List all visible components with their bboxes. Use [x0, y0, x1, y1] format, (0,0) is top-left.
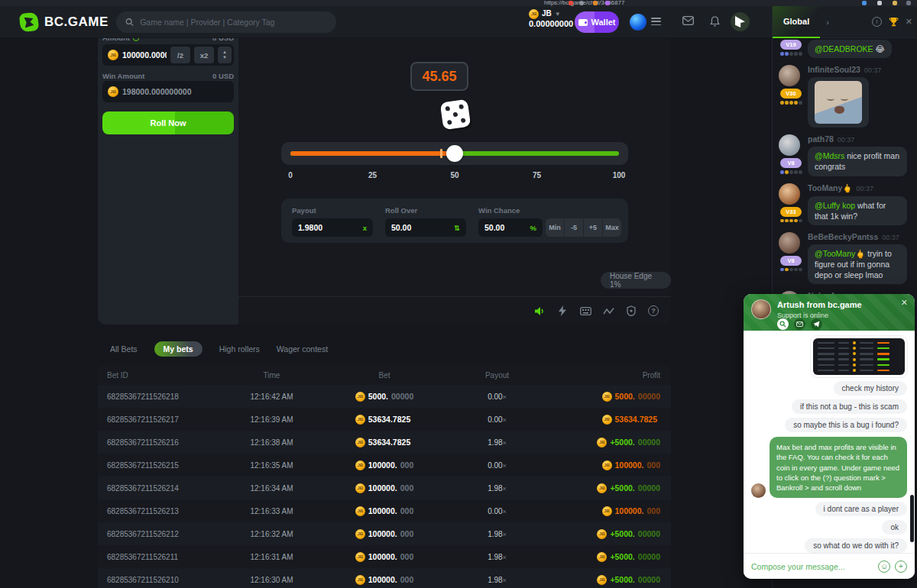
bcgame-logo[interactable]: BC.GAME: [20, 13, 109, 31]
chat-message: V8 BeBeBeckyPantss00:37 @TooMany🖕 tryin …: [773, 225, 917, 285]
plus5-button[interactable]: +5: [584, 218, 602, 237]
username[interactable]: TooMany🖕00:37: [808, 183, 911, 193]
tab-all-bets[interactable]: All Bets: [110, 344, 138, 354]
roll-over-label: Roll Over: [385, 206, 417, 215]
jb-coin-icon: JB: [355, 506, 365, 516]
wallet-button[interactable]: Wallet: [575, 11, 619, 33]
chevron-right-icon[interactable]: ›: [826, 18, 829, 27]
payout-label: Payout: [292, 206, 316, 215]
table-row[interactable]: 68285367211526213 12:16:33 AM JB100000.0…: [98, 499, 671, 522]
scrollbar[interactable]: [910, 495, 914, 542]
roll-over-input[interactable]: 50.00 ⇅: [385, 218, 466, 237]
jb-coin-icon: JB: [602, 506, 612, 516]
col-payout: Payout: [438, 371, 556, 380]
search-input[interactable]: [140, 18, 327, 27]
timestamp: 00:37: [838, 136, 855, 144]
browser-icon[interactable]: [862, 1, 867, 5]
emoji-picker-icon[interactable]: ☺: [878, 561, 890, 573]
avatar[interactable]: [779, 183, 800, 205]
win-amount-display: JB 198000.000000000: [102, 81, 234, 102]
live-stats-icon[interactable]: [602, 305, 614, 317]
browser-icon[interactable]: [893, 1, 897, 5]
attach-plus-icon[interactable]: +: [895, 561, 907, 573]
extension-icon[interactable]: [593, 1, 598, 5]
jb-coin-icon: JB: [602, 460, 612, 470]
win-chance-input[interactable]: 50.00 %: [478, 218, 543, 237]
hotkeys-icon[interactable]: [579, 305, 591, 317]
win-amount-label: Win Amount: [102, 72, 145, 80]
logo-text: BC.GAME: [44, 15, 109, 30]
chat-image-bubble[interactable]: [808, 77, 869, 128]
slider-track[interactable]: [290, 151, 619, 156]
mail-icon[interactable]: [682, 16, 694, 25]
game-search[interactable]: [116, 11, 336, 33]
roll-slider[interactable]: [281, 142, 628, 165]
jb-coin-icon: JB: [355, 460, 365, 470]
house-edge-badge: House Edge 1%: [601, 272, 671, 289]
chat-close-icon[interactable]: ✕: [906, 17, 912, 27]
extension-icon[interactable]: [605, 1, 610, 5]
browser-icon[interactable]: [877, 1, 882, 5]
roll-now-button[interactable]: Roll Now: [102, 111, 234, 134]
volume-icon[interactable]: [533, 305, 546, 317]
user-message-bubble: ok: [882, 520, 907, 535]
chat-tab-global[interactable]: Global: [773, 6, 820, 38]
tab-my-bets[interactable]: My bets: [154, 341, 203, 357]
avatar[interactable]: [779, 65, 800, 86]
timestamp: 00:37: [882, 234, 899, 241]
win-chance-value[interactable]: 50.00: [484, 223, 504, 232]
username[interactable]: BeBeBeckyPantss00:37: [808, 232, 911, 241]
half-bet-button[interactable]: /2: [170, 47, 190, 63]
support-agent-avatar: [751, 483, 766, 498]
tab-high-rollers[interactable]: High rollers: [219, 344, 260, 354]
account-menu-icon[interactable]: [651, 18, 661, 25]
username[interactable]: path7800:37: [808, 134, 911, 144]
amount-stepper[interactable]: ▲▼: [218, 47, 232, 63]
attached-screenshot[interactable]: [811, 336, 907, 377]
help-icon[interactable]: ?: [648, 305, 659, 316]
minus5-button[interactable]: -5: [565, 218, 583, 237]
avatar[interactable]: [779, 232, 800, 254]
support-close-icon[interactable]: ✕: [901, 298, 908, 308]
table-row[interactable]: 68285367211526216 12:16:38 AM JB53634.78…: [98, 431, 671, 454]
middle-finger-emoji: 🖕: [855, 249, 865, 258]
min-button[interactable]: Min: [546, 218, 564, 237]
max-button[interactable]: Max: [603, 218, 621, 237]
telegram-icon[interactable]: [811, 318, 822, 330]
tab-wager-contest[interactable]: Wager contest: [277, 344, 328, 354]
extension-icon[interactable]: [579, 1, 584, 5]
chat-bubble: @Luffy kop what for that 1k win?: [808, 196, 907, 225]
address-bar[interactable]: https://bc.game/chat/3456877: [544, 0, 624, 6]
table-row[interactable]: 68285367211526215 12:16:35 AM JB100000.0…: [98, 454, 671, 477]
chat-rules-icon[interactable]: !: [872, 17, 882, 27]
browser-menu-icon[interactable]: [906, 1, 911, 5]
fairness-seed-icon[interactable]: [625, 305, 637, 317]
turbo-bolt-icon[interactable]: [556, 305, 569, 317]
user-avatar[interactable]: [630, 14, 646, 31]
app-shortcut-avatar[interactable]: [731, 12, 750, 31]
payout-input[interactable]: 1.9800 x: [292, 218, 373, 237]
double-bet-button[interactable]: x2: [194, 47, 214, 63]
email-icon[interactable]: [794, 318, 805, 330]
trophy-icon[interactable]: [889, 17, 899, 27]
extension-icon[interactable]: [569, 1, 573, 5]
notifications-bell-icon[interactable]: [710, 16, 720, 27]
chat-message: V19 @DEADBROKE 😂: [773, 38, 917, 58]
table-row[interactable]: 68285367211526211 12:16:31 AM JB100000.0…: [98, 545, 671, 568]
table-row[interactable]: 68285367211526212 12:16:32 AM JB100000.0…: [98, 522, 671, 545]
amount-input[interactable]: JB 100000.00000000 /2 x2 ▲▼: [102, 44, 234, 66]
username[interactable]: InfiniteSoul2300:37: [808, 65, 911, 74]
swap-icon[interactable]: ⇅: [454, 224, 460, 232]
slider-handle[interactable]: [446, 145, 463, 162]
table-row[interactable]: 68285367211526218 12:16:42 AM JB5000.000…: [98, 385, 671, 408]
currency-selector[interactable]: JB JB ▼ 0.00000000: [529, 9, 573, 30]
amount-value[interactable]: 100000.00000000: [122, 50, 167, 60]
table-row[interactable]: 68285367211526210 12:16:30 AM JB100000.0…: [98, 568, 671, 588]
table-row[interactable]: 68285367211526217 12:16:39 AM JB53634.78…: [98, 408, 671, 431]
avatar[interactable]: [779, 134, 800, 156]
compose-input[interactable]: [751, 562, 873, 571]
roll-over-value[interactable]: 50.00: [391, 223, 411, 232]
payout-value[interactable]: 1.9800: [298, 223, 322, 232]
table-row[interactable]: 68285367211526214 12:16:34 AM JB100000.0…: [98, 477, 671, 499]
search-history-icon[interactable]: [777, 318, 789, 330]
